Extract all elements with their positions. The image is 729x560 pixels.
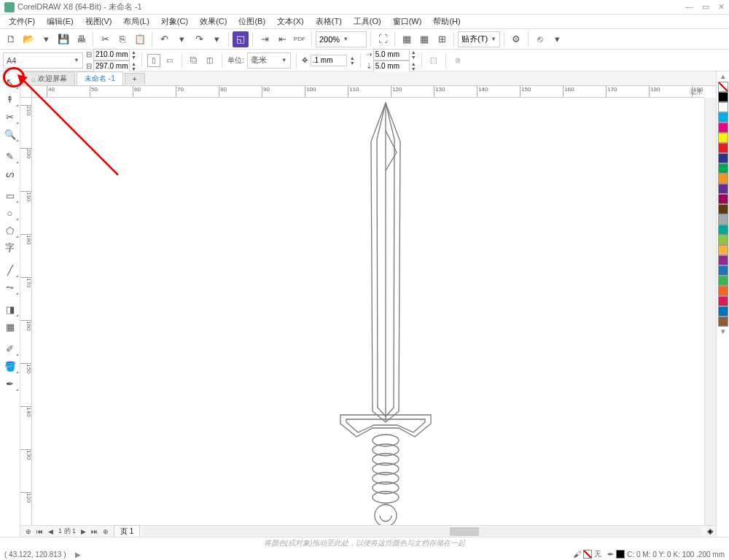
zoom-tool[interactable]: 🔍 [1,126,19,142]
color-swatch[interactable] [718,163,728,174]
guides-button[interactable]: ⊞ [434,31,450,47]
color-swatch[interactable] [718,143,728,153]
page-last-button[interactable]: ⏭ [89,528,100,535]
snap-dropdown[interactable]: 贴齐(T)▼ [458,31,500,47]
ruler-origin[interactable] [20,86,32,98]
horizontal-scrollbar[interactable] [143,527,701,536]
options-button[interactable]: ⚙ [508,31,524,47]
grid-button[interactable]: ▦ [416,31,432,47]
artistic-media-tool[interactable]: ᔕ [1,166,19,182]
dup-y-input[interactable] [373,61,410,72]
paste-button[interactable]: 📋 [132,31,148,47]
nudge-input[interactable] [311,55,347,66]
page-prev-button[interactable]: ◀ [46,528,55,535]
export-button[interactable]: ⇤ [274,31,290,47]
color-swatch[interactable] [718,235,728,245]
rectangle-tool[interactable]: ▭ [1,187,19,203]
page-width-input[interactable] [93,49,130,61]
palette-up-button[interactable]: ▴ [717,71,729,82]
add-preset-icon[interactable]: ⊕ [451,54,464,67]
save-button[interactable]: 💾 [55,31,71,47]
navigator-button[interactable]: ◈ [704,526,716,536]
print-button[interactable]: 🖶 [73,31,89,47]
redo-dropdown[interactable]: ▾ [208,31,225,47]
menu-effects[interactable]: 效果(C) [194,15,233,28]
connector-tool[interactable]: ⤳ [1,279,19,295]
color-swatch[interactable] [718,174,728,184]
undo-button[interactable]: ↶ [156,31,172,47]
menu-layout[interactable]: 布局(L) [117,15,155,28]
outline-tool[interactable]: ✒ [1,376,19,392]
outline-indicator[interactable]: ✒C: 0 M: 0 Y: 0 K: 100 .200 mm [607,550,725,559]
color-swatch[interactable] [718,122,728,133]
scrollbar-thumb[interactable] [450,527,479,536]
color-swatch[interactable] [718,306,728,316]
spinner-icon[interactable]: ▲▼ [411,50,416,60]
page-first-button[interactable]: ⏮ [34,528,45,535]
portrait-button[interactable]: ▯ [147,54,160,67]
pick-tool[interactable]: ↖ [1,74,19,90]
cut-button[interactable]: ✂ [97,31,113,47]
color-swatch[interactable] [718,102,728,112]
fill-indicator[interactable]: 🖌无 [573,549,601,559]
color-swatch[interactable] [718,276,728,286]
treat-as-filled-icon[interactable]: ⬚ [427,54,440,67]
menu-file[interactable]: 文件(F) [3,15,41,28]
vertical-scrollbar[interactable] [704,98,716,525]
swatch-none[interactable] [718,82,728,92]
color-swatch[interactable] [718,225,728,235]
page-add-button[interactable]: ⊕ [101,528,111,535]
color-swatch[interactable] [718,92,728,102]
color-swatch[interactable] [718,286,728,296]
rulers-button[interactable]: ▦ [399,31,415,47]
launch-dropdown[interactable]: ▾ [550,31,566,47]
page-first-button[interactable]: ⊕ [23,528,34,535]
color-swatch[interactable] [718,184,728,194]
menu-tools[interactable]: 工具(O) [348,15,387,28]
menu-bitmap[interactable]: 位图(B) [233,15,271,28]
color-swatch[interactable] [718,133,728,143]
menu-help[interactable]: 帮助(H) [427,15,466,28]
all-pages-icon[interactable]: ⿻ [187,54,200,67]
drawing-canvas[interactable] [32,98,704,525]
page-next-button[interactable]: ▶ [79,528,88,535]
color-swatch[interactable] [718,204,728,214]
color-swatch[interactable] [718,296,728,306]
palette-down-button[interactable]: ▾ [717,327,729,337]
menu-view[interactable]: 视图(V) [79,15,118,28]
pdf-button[interactable]: PDF [292,31,308,47]
shape-tool[interactable]: ↟ [1,91,19,107]
horizontal-ruler[interactable]: 4050607080901001101201301401501601701801… [32,86,704,98]
fullscreen-button[interactable]: ⛶ [375,31,391,47]
menu-edit[interactable]: 编辑(E) [41,15,79,28]
minimize-button[interactable]: — [685,2,693,12]
tab-add[interactable]: + [125,73,145,85]
maximize-button[interactable]: ▭ [702,2,709,12]
color-swatch[interactable] [718,265,728,276]
landscape-button[interactable]: ▭ [163,54,176,67]
color-swatch[interactable] [718,112,728,122]
tab-welcome[interactable]: ⌂欢迎屏幕 [23,71,75,85]
menu-table[interactable]: 表格(T) [310,15,348,28]
eyedropper-tool[interactable]: ✐ [1,341,19,357]
fill-tool[interactable]: 🪣 [1,358,19,374]
redo-button[interactable]: ↷ [191,31,207,47]
units-dropdown[interactable]: 毫米▼ [247,52,291,69]
page-height-input[interactable] [93,61,130,72]
sword-drawing[interactable] [327,101,444,525]
text-tool[interactable]: 字 [1,240,19,256]
launch-button[interactable]: ⎋ [532,31,548,47]
drop-shadow-tool[interactable]: ◨ [1,301,19,317]
color-swatch[interactable] [718,153,728,163]
ellipse-tool[interactable]: ○ [1,205,19,221]
spinner-icon[interactable]: ▲▼ [131,61,136,71]
spinner-icon[interactable]: ▲▼ [350,55,355,66]
menu-object[interactable]: 对象(C) [155,15,194,28]
current-page-icon[interactable]: ◫ [203,54,217,67]
import-button[interactable]: ⇥ [257,31,273,47]
menu-window[interactable]: 窗口(W) [387,15,428,28]
color-swatch[interactable] [718,245,728,255]
color-swatch[interactable] [718,255,728,265]
vertical-ruler[interactable]: 210200190180170160150140130120 [20,98,32,525]
freehand-tool[interactable]: ✎ [1,148,19,164]
